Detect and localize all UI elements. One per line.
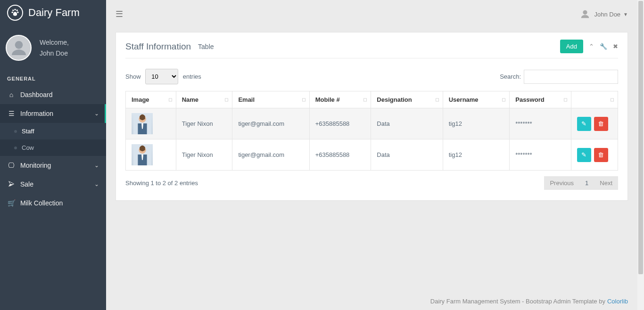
main-content: Staff Information Table Add ⌃ 🔧 ✖ Show 1… bbox=[106, 28, 637, 291]
user-block: Welcome, John Doe bbox=[0, 25, 106, 70]
pager: Previous 1 Next bbox=[544, 176, 618, 190]
panel-title: Staff Information bbox=[125, 41, 191, 52]
pencil-icon: ✎ bbox=[581, 151, 586, 158]
sidebar-item-label: Monitoring bbox=[20, 162, 51, 169]
show-label: Show bbox=[125, 73, 141, 80]
pager-prev[interactable]: Previous bbox=[544, 176, 579, 190]
topbar: ☰ John Doe ▼ bbox=[106, 0, 637, 28]
sidebar-item-label: Information bbox=[20, 110, 53, 117]
edit-button[interactable]: ✎ bbox=[577, 148, 591, 162]
col-image[interactable]: Image bbox=[126, 91, 176, 108]
sort-icon bbox=[611, 98, 614, 101]
table-footer: Showing 1 to 2 of 2 entries Previous 1 N… bbox=[125, 176, 618, 190]
scrollbar[interactable] bbox=[637, 0, 644, 310]
table-row: Tiger Nixontiger@gmail.com+635885588Data… bbox=[126, 108, 618, 139]
cart-icon: 🛒 bbox=[7, 199, 16, 207]
panel-header: Staff Information Table Add ⌃ 🔧 ✖ bbox=[125, 40, 618, 58]
sidebar-item-milk-collection[interactable]: 🛒 Milk Collection bbox=[0, 194, 106, 212]
sidebar-item-dashboard[interactable]: ⌂ Dashboard bbox=[0, 85, 106, 104]
sidebar: Dairy Farm Welcome, John Doe GENERAL ⌂ D… bbox=[0, 0, 106, 310]
brand-logo-icon bbox=[7, 5, 23, 21]
topbar-user-menu[interactable]: John Doe ▼ bbox=[580, 9, 628, 19]
cell-password: ******* bbox=[510, 108, 571, 139]
cell-password: ******* bbox=[510, 139, 571, 171]
search-label: Search: bbox=[500, 73, 521, 80]
table-controls: Show 10 entries Search: bbox=[125, 69, 618, 84]
cell-email: tiger@gmail.com bbox=[232, 108, 309, 139]
col-username[interactable]: Username bbox=[443, 91, 510, 108]
caret-down-icon: ▼ bbox=[623, 12, 628, 17]
col-email[interactable]: Email bbox=[232, 91, 309, 108]
pencil-icon: ✎ bbox=[581, 120, 586, 127]
svg-point-4 bbox=[17, 12, 18, 13]
col-mobile[interactable]: Mobile # bbox=[309, 91, 371, 108]
pager-page-1[interactable]: 1 bbox=[579, 176, 594, 190]
sidebar-subitem-label: Staff bbox=[22, 128, 34, 135]
welcome-label: Welcome, bbox=[40, 37, 69, 48]
delete-button[interactable]: 🗑 bbox=[594, 117, 608, 131]
table-row: Tiger Nixontiger@gmail.com+635885588Data… bbox=[126, 139, 618, 171]
svg-point-2 bbox=[17, 9, 18, 11]
cell-designation: Data bbox=[371, 108, 443, 139]
row-avatar bbox=[132, 113, 153, 134]
sidebar-item-label: Dashboard bbox=[20, 91, 53, 98]
sort-icon bbox=[302, 98, 305, 101]
staff-panel: Staff Information Table Add ⌃ 🔧 ✖ Show 1… bbox=[116, 32, 628, 201]
cell-mobile: +635885588 bbox=[309, 108, 371, 139]
entries-select[interactable]: 10 bbox=[145, 69, 178, 84]
delete-button[interactable]: 🗑 bbox=[594, 148, 608, 162]
sort-icon bbox=[436, 98, 439, 101]
footer: Dairy Farm Management System - Bootstrap… bbox=[106, 292, 637, 310]
cell-designation: Data bbox=[371, 139, 443, 171]
sidebar-subitem-cow[interactable]: Cow bbox=[0, 139, 106, 156]
edit-button[interactable]: ✎ bbox=[577, 117, 591, 131]
user-name: John Doe bbox=[40, 48, 69, 58]
cell-username: tig12 bbox=[443, 108, 510, 139]
sidebar-item-monitoring[interactable]: 🖵 Monitoring ⌄ bbox=[0, 156, 106, 175]
menu-toggle-icon[interactable]: ☰ bbox=[116, 9, 123, 19]
home-icon: ⌂ bbox=[7, 91, 16, 98]
sidebar-item-information[interactable]: ☰ Information ⌄ bbox=[0, 104, 106, 123]
svg-point-0 bbox=[12, 9, 14, 11]
sidebar-item-sale[interactable]: ⮚ Sale ⌄ bbox=[0, 175, 106, 194]
trash-icon: 🗑 bbox=[598, 151, 604, 158]
chevron-down-icon: ⌄ bbox=[94, 110, 99, 117]
footer-link[interactable]: Colorlib bbox=[607, 298, 628, 305]
panel-subtitle: Table bbox=[198, 43, 214, 50]
trash-icon: 🗑 bbox=[598, 120, 604, 127]
brand[interactable]: Dairy Farm bbox=[0, 0, 106, 25]
information-subnav: Staff Cow bbox=[0, 123, 106, 156]
svg-point-5 bbox=[15, 41, 23, 49]
sidebar-subitem-staff[interactable]: Staff bbox=[0, 123, 106, 139]
sidebar-subitem-label: Cow bbox=[22, 144, 34, 151]
add-button[interactable]: Add bbox=[560, 40, 583, 53]
pager-next[interactable]: Next bbox=[594, 176, 618, 190]
close-icon[interactable]: ✖ bbox=[613, 43, 618, 50]
avatar bbox=[6, 35, 32, 61]
sort-icon bbox=[363, 98, 367, 101]
search-input[interactable] bbox=[524, 70, 618, 84]
col-name[interactable]: Name bbox=[176, 91, 232, 108]
cell-username: tig12 bbox=[443, 139, 510, 171]
entries-label: entries bbox=[183, 73, 201, 80]
wrench-icon[interactable]: 🔧 bbox=[600, 43, 607, 50]
table-info: Showing 1 to 2 of 2 entries bbox=[125, 179, 198, 187]
list-icon: ☰ bbox=[7, 110, 16, 117]
svg-point-6 bbox=[583, 10, 587, 15]
sidebar-item-label: Sale bbox=[20, 180, 33, 188]
sort-icon bbox=[502, 98, 505, 101]
money-icon: ⮚ bbox=[7, 180, 16, 188]
chevron-up-icon[interactable]: ⌃ bbox=[589, 43, 594, 50]
chevron-down-icon: ⌄ bbox=[94, 181, 99, 188]
col-password[interactable]: Password bbox=[510, 91, 571, 108]
col-designation[interactable]: Designation bbox=[371, 91, 443, 108]
svg-point-3 bbox=[12, 12, 13, 13]
monitor-icon: 🖵 bbox=[7, 162, 16, 169]
sort-icon bbox=[169, 98, 172, 101]
sort-icon bbox=[564, 98, 567, 101]
sort-icon bbox=[225, 98, 228, 101]
cell-email: tiger@gmail.com bbox=[232, 139, 309, 171]
cell-mobile: +635885588 bbox=[309, 139, 371, 171]
row-avatar bbox=[132, 144, 153, 165]
sidebar-item-label: Milk Collection bbox=[20, 199, 63, 207]
